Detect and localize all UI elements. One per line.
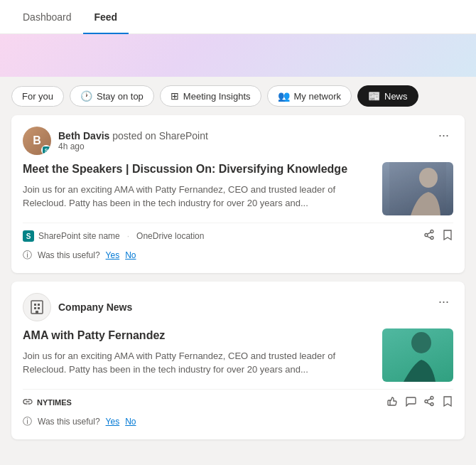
card-1-body: Meet the Speakers | Discussion On: Diver… <box>23 162 453 215</box>
svg-text:S: S <box>45 148 48 153</box>
nav-dashboard[interactable]: Dashboard <box>11 0 83 34</box>
svg-rect-9 <box>36 311 38 314</box>
feed-card-1: B S Beth Davis posted on SharePoint 4h a… <box>11 115 465 273</box>
card-1-source: S SharePoint site name · OneDrive locati… <box>23 229 453 243</box>
nav-feed-label: Feed <box>94 11 118 23</box>
card-1-yes-button[interactable]: Yes <box>106 250 120 260</box>
tab-meeting-insights-label: Meeting Insights <box>183 91 251 102</box>
card-1-meta: Beth Davis posted on SharePoint 4h ago <box>58 130 208 151</box>
company-avatar <box>23 293 51 321</box>
svg-rect-5 <box>34 304 36 306</box>
svg-rect-8 <box>38 307 40 309</box>
card-1-posted-text: posted on SharePoint <box>112 130 208 141</box>
card-1-text: Meet the Speakers | Discussion On: Diver… <box>23 162 374 215</box>
card-2-description: Join us for an exciting AMA with Patty F… <box>23 349 374 377</box>
card-1-header: B S Beth Davis posted on SharePoint 4h a… <box>23 127 453 155</box>
tab-news[interactable]: 📰 News <box>357 85 418 107</box>
tab-meeting-insights[interactable]: ⊞ Meeting Insights <box>160 85 261 107</box>
card-1-source-name: SharePoint site name <box>38 231 120 241</box>
top-navigation: Dashboard Feed <box>0 0 476 34</box>
news-icon: 📰 <box>368 90 380 102</box>
bookmark-icon[interactable] <box>442 229 453 243</box>
svg-rect-7 <box>34 307 36 309</box>
nav-dashboard-label: Dashboard <box>23 11 72 23</box>
card-2-feedback-label: Was this useful? <box>38 417 100 427</box>
card-2-text: AMA with Patty Fernandez Join us for an … <box>23 328 374 382</box>
card-1-footer: S SharePoint site name · OneDrive locati… <box>23 223 453 262</box>
svg-rect-3 <box>389 162 446 215</box>
meeting-icon: ⊞ <box>171 90 179 102</box>
card-2-more-button[interactable]: ··· <box>434 293 453 311</box>
card-2-body: AMA with Patty Fernandez Join us for an … <box>23 328 453 382</box>
tab-news-label: News <box>384 91 408 102</box>
tab-for-you[interactable]: For you <box>11 86 64 107</box>
card-1-more-button[interactable]: ··· <box>434 127 453 144</box>
link-icon <box>23 397 33 409</box>
card-1-image <box>382 162 453 215</box>
card-1-source-left: S SharePoint site name · OneDrive locati… <box>23 230 204 242</box>
tab-stay-on-top[interactable]: 🕐 Stay on top <box>70 85 154 107</box>
card-1-author-name: Beth Davis posted on SharePoint <box>58 130 208 141</box>
card-2-title: AMA with Patty Fernandez <box>23 328 374 343</box>
card-2-author-section: Company News <box>23 293 132 321</box>
card-1-source-secondary: OneDrive location <box>136 231 204 241</box>
tab-for-you-label: For you <box>22 91 53 102</box>
comment-icon[interactable] <box>405 395 416 410</box>
banner <box>0 34 476 77</box>
card-1-description: Join us for an exciting AMA with Patty F… <box>23 183 374 210</box>
card-1-title: Meet the Speakers | Discussion On: Diver… <box>23 162 374 177</box>
card-2-source-name: NYTIMES <box>37 398 72 407</box>
building-icon <box>29 299 45 315</box>
help-icon: ⓘ <box>23 249 32 262</box>
share-icon[interactable] <box>423 229 435 243</box>
tab-stay-on-top-label: Stay on top <box>97 91 144 102</box>
card-2-source-left: NYTIMES <box>23 397 72 409</box>
card-1-time: 4h ago <box>58 141 208 151</box>
sharepoint-source-icon: S <box>23 230 34 242</box>
svg-rect-6 <box>38 304 40 306</box>
card-2-image <box>382 328 453 382</box>
avatar: B S <box>23 127 51 155</box>
card-1-no-button[interactable]: No <box>125 250 136 260</box>
card-1-actions <box>423 229 453 243</box>
person-silhouette-2 <box>389 328 446 382</box>
card-2-thumbnail <box>382 328 453 382</box>
card-2-source: NYTIMES <box>23 395 453 410</box>
feed-card-2: Company News ··· AMA with Patty Fernande… <box>11 282 465 439</box>
tab-my-network[interactable]: 👥 My network <box>267 85 352 107</box>
clock-icon: 🕐 <box>80 90 92 102</box>
card-2-author-name: Company News <box>58 301 132 313</box>
nav-feed[interactable]: Feed <box>83 0 129 34</box>
bookmark-icon-2[interactable] <box>442 395 453 410</box>
card-2-footer: NYTIMES ⓘ <box>23 389 453 428</box>
card-1-thumbnail <box>382 162 453 215</box>
like-icon[interactable] <box>386 395 398 410</box>
tab-my-network-label: My network <box>294 91 341 102</box>
card-1-author-section: B S Beth Davis posted on SharePoint 4h a… <box>23 127 208 155</box>
help-icon-2: ⓘ <box>23 415 32 428</box>
card-2-actions <box>386 395 453 410</box>
filter-tabs-container: For you 🕐 Stay on top ⊞ Meeting Insights… <box>0 77 476 115</box>
sharepoint-badge: S <box>41 145 51 155</box>
card-2-meta: Company News <box>58 301 132 313</box>
network-icon: 👥 <box>278 90 290 102</box>
person-silhouette-1 <box>389 162 446 215</box>
card-2-no-button[interactable]: No <box>125 417 136 427</box>
card-2-feedback: ⓘ Was this useful? Yes No <box>23 415 453 428</box>
card-1-feedback-label: Was this useful? <box>38 250 100 260</box>
feed-content: B S Beth Davis posted on SharePoint 4h a… <box>0 115 476 439</box>
svg-point-10 <box>411 332 431 353</box>
source-separator: · <box>127 231 129 241</box>
card-2-yes-button[interactable]: Yes <box>106 417 120 427</box>
card-2-header: Company News ··· <box>23 293 453 321</box>
card-1-feedback: ⓘ Was this useful? Yes No <box>23 249 453 262</box>
share-icon-2[interactable] <box>423 395 435 410</box>
